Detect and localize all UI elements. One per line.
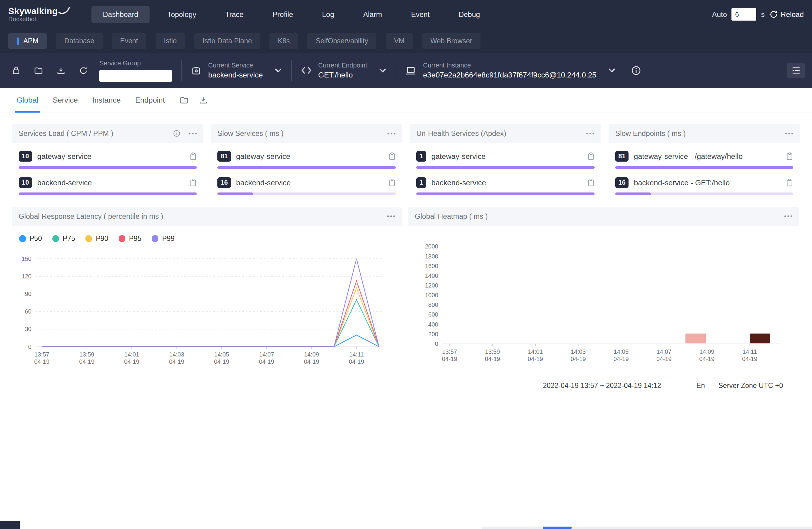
card-more-button[interactable] [586,133,594,135]
lock-button[interactable] [12,66,21,75]
copy-button[interactable] [588,152,595,160]
auto-label: Auto [712,10,727,19]
card-title: Slow Services ( ms ) [217,129,379,138]
svg-text:14:11: 14:11 [742,348,757,355]
service-name-link[interactable]: backend-service [432,179,582,187]
instance-info-button[interactable] [631,65,641,76]
card-more-button[interactable] [189,133,197,135]
lock-icon [12,66,21,75]
layer-tab-istio-data-plane[interactable]: Istio Data Plane [194,33,260,49]
svg-text:04-19: 04-19 [742,355,757,362]
copy-button[interactable] [786,152,793,160]
nav-item-event[interactable]: Event [400,6,441,23]
card-more-button[interactable] [785,133,793,135]
view-tab-endpoint[interactable]: Endpoint [128,88,172,113]
service-name-link[interactable]: gateway-service [432,152,582,161]
service-name-link[interactable]: backend-service [37,179,184,187]
endpoint-name-link[interactable]: backend-service - GET:/hello [634,179,781,187]
nav-item-dashboard[interactable]: Dashboard [91,6,149,23]
copy-button[interactable] [389,179,396,187]
nav-item-debug[interactable]: Debug [447,6,491,23]
layer-tab-web-browser[interactable]: Web Browser [422,33,480,49]
legend-label: P50 [29,235,42,243]
latency-line-chart: 030609012015013:5704-1913:5904-1914:0104… [12,251,395,367]
refresh-button[interactable] [79,66,88,75]
view-tab-instance[interactable]: Instance [85,88,128,113]
service-name-link[interactable]: gateway-service [37,152,184,161]
service-name-link[interactable]: gateway-service [236,152,383,161]
layer-tab-event[interactable]: Event [112,33,146,49]
legend-item-p99[interactable]: P99 [152,235,174,243]
svg-text:90: 90 [25,291,31,297]
metric-badge: 81 [615,151,628,162]
copy-button[interactable] [389,152,396,160]
layer-tab-vm[interactable]: VM [386,33,413,49]
view-tab-global[interactable]: Global [10,88,46,113]
horizontal-scrollbar-thumb[interactable] [543,527,572,529]
layer-tab-apm[interactable]: APM [8,33,47,49]
metric-bar [416,166,594,169]
svg-text:04-19: 04-19 [349,358,364,365]
more-dots-icon [387,215,395,217]
legend-item-p90[interactable]: P90 [85,235,108,243]
current-instance-select[interactable]: Current Instance e3e07e2a2b664e8c91fda37… [405,62,615,79]
nav-item-topology[interactable]: Topology [156,6,208,23]
settings-panel-toggle-button[interactable] [787,63,805,78]
horizontal-scrollbar [482,527,812,529]
auto-interval-input[interactable] [731,8,756,20]
legend-item-p95[interactable]: P95 [119,235,141,243]
tab-folder-button[interactable] [179,95,189,105]
card-info-button[interactable] [173,130,181,137]
svg-text:0: 0 [28,343,31,350]
endpoint-name-link[interactable]: gateway-service - /gateway/hello [634,152,781,161]
layer-tab-k8s[interactable]: K8s [270,33,298,49]
auto-reload-controls: Auto s Reload [712,8,804,20]
nav-item-profile[interactable]: Profile [261,6,305,23]
nav-item-trace[interactable]: Trace [214,6,255,23]
outdent-icon [792,66,801,74]
service-group-label: Service Group [99,60,172,67]
folder-button[interactable] [34,66,43,75]
card-more-button[interactable] [784,215,792,217]
service-group-input[interactable] [99,70,172,82]
more-dots-icon [586,133,594,135]
laptop-icon [405,66,416,75]
layer-tab-label: VM [394,37,405,45]
metric-badge: 16 [217,177,231,188]
time-range-picker[interactable]: 2022-04-19 13:57 ~ 2022-04-19 14:12 [543,382,661,390]
card-more-button[interactable] [387,133,395,135]
copy-button[interactable] [588,179,595,187]
layer-tab-selfobservability[interactable]: SelfObservability [307,33,376,49]
current-service-select[interactable]: Current Service backend-service [191,62,282,79]
card-more-button[interactable] [387,215,395,217]
service-row: 1 gateway-service [416,149,594,169]
more-dots-icon [387,133,395,135]
legend-item-p50[interactable]: P50 [19,235,42,243]
copy-button[interactable] [190,152,197,160]
export-button[interactable] [56,66,66,75]
service-name-link[interactable]: backend-service [236,179,383,187]
legend-item-p75[interactable]: P75 [53,235,75,243]
clipboard-icon [389,152,396,160]
folder-icon [34,66,43,75]
current-endpoint-select[interactable]: Current Endpoint GET:/hello [301,62,386,79]
svg-text:04-19: 04-19 [79,358,95,365]
card-header: Global Response Latency ( percentile in … [12,207,402,226]
svg-text:14:07: 14:07 [656,348,671,355]
layer-tab-istio[interactable]: Istio [156,33,185,49]
svg-text:14:03: 14:03 [571,348,585,355]
view-tab-service[interactable]: Service [45,88,85,113]
server-zone-label: Server Zone UTC +0 [719,382,783,390]
layer-tab-database[interactable]: Database [56,33,103,49]
svg-text:200: 200 [428,330,438,337]
copy-button[interactable] [786,179,793,187]
reload-button[interactable]: Reload [769,10,803,19]
tab-export-button[interactable] [199,95,208,105]
svg-text:14:07: 14:07 [259,351,274,358]
svg-text:0: 0 [435,340,438,347]
copy-button[interactable] [190,179,197,187]
clipboard-icon [588,179,595,187]
nav-item-log[interactable]: Log [310,6,346,23]
nav-item-alarm[interactable]: Alarm [352,6,394,23]
language-switcher[interactable]: En [696,382,705,390]
